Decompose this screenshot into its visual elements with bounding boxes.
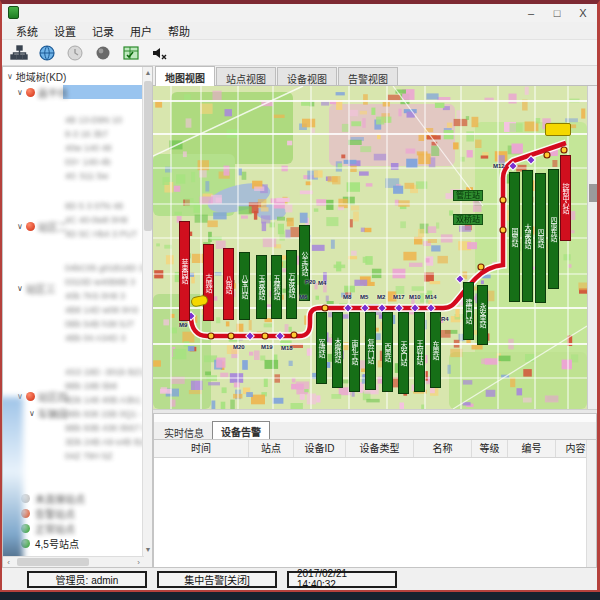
map-vscrollbar[interactable] [587, 86, 597, 409]
station-bar-label: 永安里站 [479, 303, 486, 327]
menu-item-3[interactable]: 用户 [122, 22, 160, 40]
list-item[interactable]: 40w 140 48 [65, 143, 145, 153]
sidebar-vscrollbar[interactable]: ▲ ▼ [142, 67, 152, 567]
chevron-down-icon[interactable]: ∨ [7, 72, 13, 81]
station-bar[interactable]: 公主坟站 [299, 225, 310, 301]
history-icon[interactable] [64, 42, 86, 63]
scroll-up-icon[interactable]: ▲ [143, 67, 153, 78]
station-bar[interactable]: 四惠站 [535, 173, 546, 303]
report-icon[interactable] [120, 42, 142, 63]
list-item[interactable]: 4S3 19D -301b BZ1B [65, 367, 145, 377]
station-bar[interactable]: 玉泉路站 [256, 255, 267, 319]
station-bar[interactable]: 西单站 [382, 312, 393, 392]
map-view[interactable]: 苹果园站古城站八角站八宝山站玉泉路站五棵松站万寿路站公主坟站军博站木樨地站南礼士… [153, 86, 597, 409]
list-item[interactable]: 4B 13-D9N 10 [65, 115, 145, 125]
station-bar[interactable]: 木樨地站 [332, 312, 343, 388]
view-tab-1[interactable]: 站点视图 [216, 67, 276, 85]
view-tab-2[interactable]: 设备视图 [277, 67, 337, 85]
tree-node[interactable]: ∨车辆段 [29, 406, 68, 421]
chevron-down-icon[interactable]: ∨ [17, 88, 23, 97]
tree-node[interactable]: ∨站区四 [17, 389, 68, 404]
column-header[interactable]: 站点 [249, 440, 294, 457]
tree-node[interactable]: ∨昌平线 [17, 85, 68, 100]
list-item[interactable]: 3Db 24B A9-s4B B2 w1M4 [65, 437, 145, 447]
chevron-down-icon[interactable]: ∨ [29, 409, 35, 418]
list-item[interactable]: 8D 5 3 07N 48 [65, 201, 145, 211]
tree-node[interactable]: ∨站区三 [17, 281, 56, 296]
topology-icon[interactable] [8, 42, 30, 63]
legend-item: 正常站点 [21, 521, 75, 536]
list-item[interactable]: 4D 5C Hb4 3 PU7 [65, 229, 145, 239]
chevron-down-icon[interactable]: ∨ [17, 284, 23, 293]
list-item[interactable]: 8Bb 19B 5b8 [65, 381, 145, 391]
list-item[interactable]: 0310D w40B8B 3 [65, 277, 145, 287]
station-tag[interactable]: 管庄站 [453, 190, 483, 201]
column-header[interactable]: 设备类型 [346, 440, 414, 457]
list-item[interactable]: 03+ 140-4b [65, 157, 145, 167]
station-bar[interactable]: 控制中心站 [560, 155, 571, 241]
list-item[interactable]: 0Bb 938 15B 0Q1 - 5 1s1Z [65, 409, 145, 419]
station-bar[interactable]: 国贸站 [509, 172, 520, 302]
list-item[interactable]: 40: 511 5w [65, 171, 145, 181]
station-bar[interactable]: 东单站 [430, 312, 441, 388]
station-bar[interactable]: 万寿路站 [286, 250, 297, 319]
sidebar-hscrollbar[interactable]: ‹ › [3, 556, 144, 567]
maximize-button[interactable]: □ [549, 5, 565, 21]
list-item[interactable]: 9Bb 93B 438 0b57 H1M3 [65, 423, 145, 433]
list-item[interactable]: 8Db 148 40B A3b1 1L5m [65, 395, 145, 405]
station-bar-label: 五棵松站 [273, 275, 280, 299]
yellow-terminal-shape [545, 123, 571, 136]
column-header[interactable]: 等级 [472, 440, 508, 457]
tree-root[interactable]: ∨地域树(KD) [7, 69, 66, 84]
list-item[interactable]: 04bC05 g01B18D 3H 04bB [65, 263, 145, 273]
column-header[interactable]: 编号 [508, 440, 556, 457]
menu-item-4[interactable]: 帮助 [160, 22, 198, 40]
station-bar[interactable]: 军博站 [316, 312, 327, 384]
list-item[interactable]: 8-3 16 3b7 [65, 129, 145, 139]
station-bar[interactable]: 八角站 [223, 248, 234, 320]
list-item[interactable]: 4Bb 04 A34D 3 [65, 333, 145, 343]
minimize-button[interactable]: – [523, 5, 539, 21]
line-marker-label: M5 [360, 294, 368, 300]
station-tag[interactable]: 双桥站 [453, 214, 483, 225]
station-bar[interactable]: 八宝山站 [239, 252, 250, 320]
station-bar[interactable]: 王府井站 [414, 312, 425, 392]
station-bar[interactable]: 四惠东站 [548, 169, 559, 289]
menu-item-1[interactable]: 设置 [46, 22, 84, 40]
view-tab-0[interactable]: 地图视图 [155, 66, 215, 86]
station-bar[interactable]: 五棵松站 [271, 255, 282, 319]
column-header[interactable]: 设备ID [294, 440, 346, 457]
column-header[interactable]: 名称 [414, 440, 472, 457]
alarm-tab-0[interactable]: 实时信息 [156, 423, 212, 439]
view-tab-3[interactable]: 告警视图 [338, 67, 398, 85]
alarm-tab-1[interactable]: 设备告警 [212, 421, 270, 439]
station-bar[interactable]: 南礼士站 [349, 312, 360, 392]
station-bar[interactable]: 古城站 [203, 244, 214, 321]
scroll-down-icon[interactable]: ▼ [143, 544, 153, 555]
station-bar[interactable]: 建国门站 [463, 282, 474, 340]
chevron-down-icon[interactable]: ∨ [17, 222, 23, 231]
tree-selected-row[interactable] [63, 85, 146, 99]
menu-item-0[interactable]: 系统 [8, 22, 46, 40]
station-bar[interactable]: 永安里站 [477, 285, 488, 345]
mute-icon[interactable] [148, 42, 170, 63]
list-item[interactable]: 4B8 14D w08 0H3 [65, 305, 145, 315]
station-bar[interactable]: 苹果园站 [179, 221, 190, 321]
list-item[interactable]: 40b 7K5 0H8 3 [65, 291, 145, 301]
column-header[interactable]: 时间 [154, 440, 249, 457]
tree-node[interactable]: ∨站区二 [17, 219, 68, 234]
list-item[interactable]: 04Z 79H 5Z [65, 451, 145, 461]
list-item[interactable]: 0Bb 54B h38 5J7 [65, 319, 145, 329]
station-bar[interactable]: 大望路站 [522, 170, 533, 302]
status-alarm-toggle[interactable]: 集中告警[关闭] [157, 571, 277, 588]
alarm-table-vscrollbar[interactable] [586, 440, 596, 567]
menu-item-2[interactable]: 记录 [84, 22, 122, 40]
list-item[interactable]: 4C 40-0w8 0H8 [65, 215, 145, 225]
globe-icon[interactable] [36, 42, 58, 63]
station-bar[interactable]: 天安门站 [398, 312, 409, 394]
scroll-left-icon[interactable]: ‹ [3, 557, 14, 568]
sphere-icon[interactable] [92, 42, 114, 63]
scroll-right-icon[interactable]: › [133, 557, 144, 568]
station-bar[interactable]: 复兴门站 [365, 312, 376, 390]
close-button[interactable]: X [575, 5, 591, 21]
